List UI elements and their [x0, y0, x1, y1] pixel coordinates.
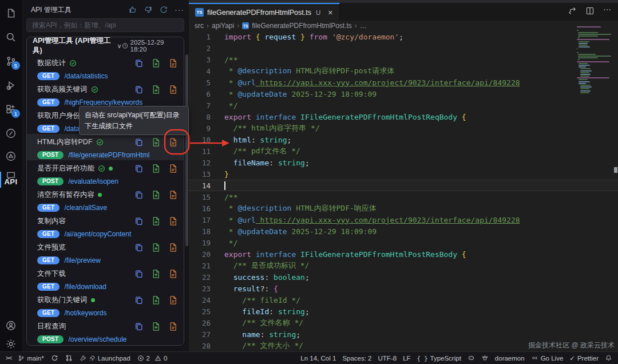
api-list-item[interactable]: 复制内容GET/ai/agent/copyContent — [27, 213, 184, 239]
generate-file-icon[interactable] — [151, 137, 161, 147]
account-icon[interactable] — [0, 316, 22, 335]
thumbs-down-icon[interactable] — [144, 5, 153, 14]
code-line[interactable]: 23 result?: { — [189, 283, 618, 294]
line-col-indicator[interactable]: Ln 14, Col 1 — [300, 352, 336, 364]
pull-request-icon[interactable] — [65, 352, 73, 364]
file-icon[interactable] — [168, 58, 178, 68]
language-indicator[interactable]: { } TypeScript — [417, 352, 461, 364]
code-line[interactable]: 26 /** 文件名称 */ — [189, 317, 618, 329]
generate-file-icon[interactable] — [151, 58, 161, 68]
code-line[interactable]: 25 fileId: string; — [189, 306, 618, 317]
code-line[interactable]: 18 * @updateDate 2025-12-29 18:09:09 — [189, 225, 618, 237]
thumbs-up-icon[interactable] — [128, 5, 137, 14]
file-icon[interactable] — [168, 269, 178, 279]
problems-item[interactable]: 2 0 — [137, 352, 168, 364]
search-icon[interactable] — [0, 27, 22, 47]
encoding-indicator[interactable]: UTF-8 — [378, 352, 397, 364]
prettier-item[interactable]: ✓ Prettier — [569, 352, 599, 364]
editor-scrollbar[interactable] — [613, 23, 618, 351]
copy-icon[interactable] — [134, 58, 144, 68]
api-extension-item[interactable]: API — [0, 172, 22, 191]
close-icon[interactable]: × — [328, 8, 332, 17]
generate-file-icon[interactable] — [151, 322, 161, 331]
sidebar-scrollbar[interactable] — [185, 54, 188, 246]
split-editor-icon[interactable] — [585, 6, 595, 15]
code-line[interactable]: 13} — [189, 168, 618, 180]
copy-icon[interactable] — [134, 322, 144, 331]
code-line[interactable]: 19 */ — [189, 237, 618, 248]
tab-file[interactable]: TS fileGeneratePDFfromHtmlPost.ts U × — [189, 3, 340, 21]
chevron-down-icon[interactable]: ∨ — [117, 42, 121, 50]
run-debug-icon[interactable] — [0, 76, 22, 95]
code-line[interactable]: 7 */ — [189, 100, 618, 111]
file-icon[interactable] — [168, 137, 178, 147]
breadcrumb-file[interactable]: fileGeneratePDFfromHtmlPost.ts — [252, 22, 352, 30]
eol-indicator[interactable]: LF — [403, 352, 410, 364]
generate-file-icon[interactable] — [151, 164, 161, 173]
api-list-item[interactable]: 获取高频关键词GET/highFrequency/keywords — [27, 81, 184, 108]
code-line[interactable]: 5 * @url https://yapi.xxx-yyy.com/projec… — [189, 77, 618, 88]
file-icon[interactable] — [168, 322, 178, 331]
api-list-item[interactable]: 获取热门关键词GET/hot/keywords — [27, 292, 184, 318]
more-actions-icon[interactable]: ··· — [175, 7, 184, 13]
code-editor[interactable]: 1import { request } from '@zcy/doraemon'… — [189, 31, 618, 351]
file-icon[interactable] — [168, 216, 178, 226]
file-icon[interactable] — [168, 85, 178, 94]
copy-icon[interactable] — [134, 85, 144, 94]
code-line[interactable]: 21 /** 是否成功标识 */ — [189, 260, 618, 271]
code-line[interactable]: 4 * @description HTML内容转PDF-post请求体 — [189, 65, 618, 77]
remote-indicator[interactable]: >< — [6, 352, 11, 364]
copy-icon[interactable] — [134, 216, 144, 226]
refresh-icon[interactable] — [159, 5, 168, 14]
copy-icon[interactable] — [134, 137, 144, 147]
api-list-item[interactable]: 是否开启评价功能POST/evaluate/isopen — [27, 160, 184, 187]
copy-icon[interactable] — [134, 190, 144, 200]
code-line[interactable]: 16 * @description HTML内容转PDF-响应体 — [189, 203, 618, 214]
code-line[interactable]: 15/** — [189, 191, 618, 203]
code-line[interactable]: 17 * @url https://yapi.xxx-yyy.com/proje… — [189, 214, 618, 225]
api-list-item[interactable]: 文件预览GET/file/preview — [27, 239, 184, 266]
code-line[interactable]: 6 * @updateDate 2025-12-29 18:09:09 — [189, 88, 618, 100]
file-icon[interactable] — [168, 243, 178, 252]
breadcrumb-apiyapi[interactable]: apiYapi — [212, 22, 234, 30]
settings-gear-icon[interactable] — [0, 334, 22, 354]
sync-icon[interactable] — [51, 352, 58, 364]
api-list-item[interactable]: 清空所有暂存内容GET/clean/allSave — [27, 187, 184, 213]
go-live-item[interactable]: Go Live — [531, 352, 564, 364]
source-control-icon[interactable]: 5 — [0, 52, 22, 71]
indent-indicator[interactable]: Spaces: 2 — [342, 352, 371, 364]
code-line[interactable]: 2 — [189, 42, 618, 54]
file-icon[interactable] — [168, 190, 178, 200]
breadcrumb-src[interactable]: src — [195, 22, 204, 30]
generate-file-icon[interactable] — [151, 216, 161, 226]
extension-paw-icon[interactable] — [481, 352, 489, 364]
copy-icon[interactable] — [134, 269, 144, 279]
copy-icon[interactable] — [134, 243, 144, 252]
code-line[interactable]: 8export interface IFileGeneratePDFfromHt… — [189, 111, 618, 122]
api-list-item[interactable]: 数据统计GET/data/statistics — [27, 55, 184, 81]
code-line[interactable]: 20export interface IFileGeneratePDFfromH… — [189, 248, 618, 260]
search-input[interactable] — [26, 18, 184, 32]
branch-item[interactable]: main* — [18, 352, 43, 364]
git-graph-icon[interactable] — [0, 124, 22, 143]
extensions-icon[interactable]: 1 — [0, 100, 22, 119]
code-line[interactable]: 12 fileName: string; — [189, 157, 618, 168]
generate-file-icon[interactable] — [151, 85, 161, 94]
file-icon[interactable] — [168, 295, 178, 305]
copy-icon[interactable] — [134, 164, 144, 173]
breadcrumb-symbol[interactable]: … — [360, 22, 367, 30]
generate-file-icon[interactable] — [151, 295, 161, 305]
code-line[interactable]: 27 name: string; — [189, 329, 618, 340]
generate-file-icon[interactable] — [151, 190, 161, 200]
code-line[interactable]: 24 /** fileId */ — [189, 294, 618, 306]
code-line[interactable]: 9 /** html内容字符串 */ — [189, 122, 618, 134]
code-line[interactable]: 1import { request } from '@zcy/doraemon'… — [189, 31, 618, 42]
api-list-item[interactable]: HTML内容转PDFPOST/file/generatePDFfromHtml — [27, 134, 184, 160]
generate-file-icon[interactable] — [151, 269, 161, 279]
code-line[interactable]: 10 html: string; — [189, 134, 618, 145]
code-line[interactable]: 11 /** pdf文件名 */ — [189, 145, 618, 157]
explorer-icon[interactable] — [0, 3, 22, 23]
file-icon[interactable] — [168, 164, 178, 173]
api-list-item[interactable]: 文件下载GET/file/download — [27, 266, 184, 292]
share-tool-icon[interactable] — [0, 147, 22, 166]
